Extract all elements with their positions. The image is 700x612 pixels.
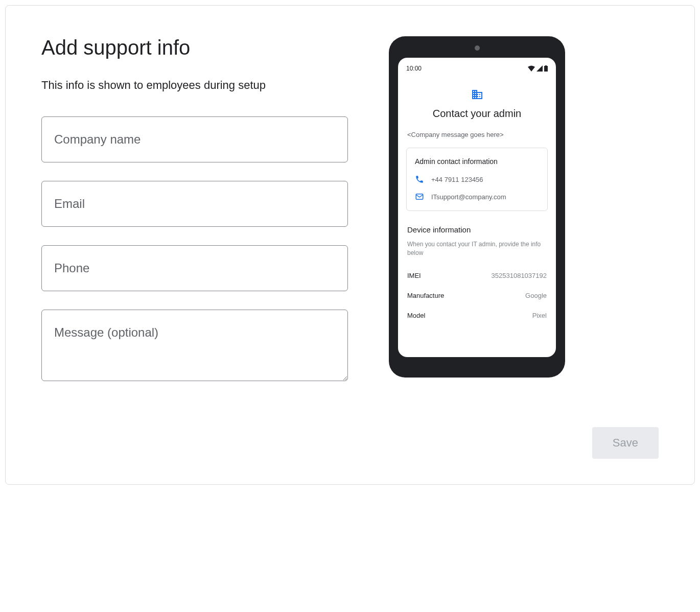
model-value: Pixel: [532, 312, 547, 319]
building-icon: [471, 88, 483, 101]
save-button[interactable]: Save: [592, 427, 659, 459]
admin-phone-row: +44 7911 123456: [415, 175, 539, 184]
battery-icon: [544, 65, 548, 72]
admin-contact-card: Admin contact information +44 7911 12345…: [406, 148, 548, 211]
device-info-subtitle: When you contact your IT admin, provide …: [407, 240, 547, 257]
svg-rect-0: [544, 66, 548, 72]
mail-icon: [415, 192, 424, 201]
admin-email-row: ITsupport@company.com: [415, 192, 539, 201]
page-title: Add support info: [41, 36, 348, 59]
email-input[interactable]: [41, 181, 348, 227]
device-model-row: Model Pixel: [407, 312, 547, 319]
phone-status-bar: 10:00: [406, 65, 548, 72]
preview-contact-title: Contact your admin: [406, 108, 548, 120]
admin-email-value: ITsupport@company.com: [431, 193, 506, 201]
main-content: Add support info This info is shown to e…: [41, 36, 659, 402]
page-container: Add support info This info is shown to e…: [5, 5, 695, 485]
admin-phone-value: +44 7911 123456: [431, 176, 483, 183]
company-name-input[interactable]: [41, 116, 348, 162]
manufacture-value: Google: [525, 292, 547, 299]
model-label: Model: [407, 312, 425, 319]
signal-icon: [536, 65, 543, 72]
device-manufacture-row: Manufacture Google: [407, 292, 547, 299]
svg-rect-1: [545, 65, 547, 66]
message-textarea[interactable]: [41, 310, 348, 381]
button-row: Save: [41, 427, 659, 459]
preview-company-message: <Company message goes here>: [406, 131, 548, 138]
phone-icon: [415, 175, 424, 184]
device-imei-row: IMEI 352531081037192: [407, 272, 547, 279]
phone-input[interactable]: [41, 245, 348, 291]
imei-value: 352531081037192: [492, 272, 547, 279]
device-info-section: Device information When you contact your…: [406, 225, 548, 319]
phone-status-icons: [528, 65, 548, 72]
phone-time: 10:00: [406, 65, 422, 72]
manufacture-label: Manufacture: [407, 292, 444, 299]
wifi-icon: [528, 65, 535, 72]
phone-preview: 10:00 Contact your admin <Company messag…: [389, 36, 565, 378]
admin-card-title: Admin contact information: [415, 157, 539, 166]
phone-camera-dot: [475, 45, 480, 51]
phone-screen: 10:00 Contact your admin <Company messag…: [398, 58, 556, 357]
page-subtitle: This info is shown to employees during s…: [41, 79, 348, 92]
form-section: Add support info This info is shown to e…: [41, 36, 348, 402]
imei-label: IMEI: [407, 272, 421, 279]
device-info-title: Device information: [407, 225, 547, 234]
